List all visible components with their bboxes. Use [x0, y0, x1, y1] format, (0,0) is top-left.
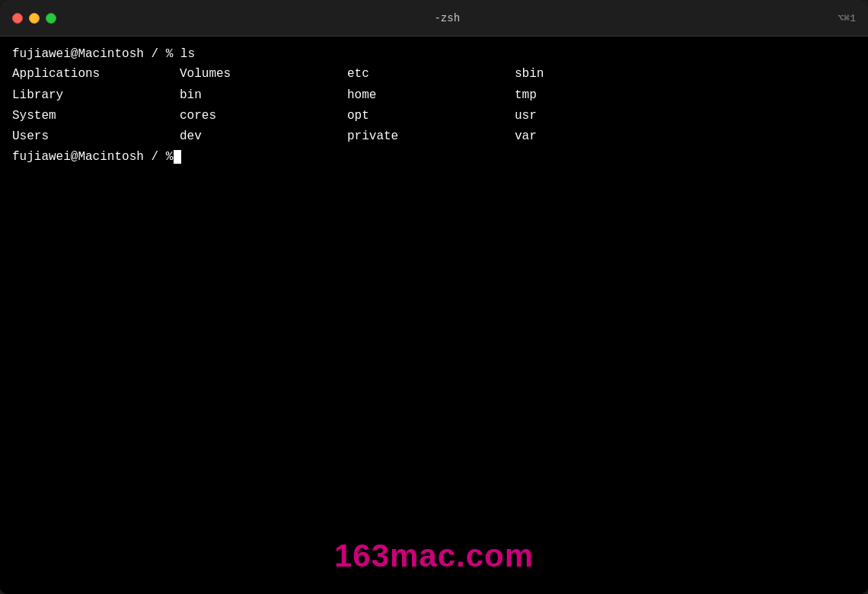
current-prompt-text: fujiawei@Macintosh / %: [12, 148, 173, 165]
ls-item-cores: cores: [180, 106, 347, 126]
ls-item-tmp: tmp: [515, 85, 682, 106]
ls-item-dev: dev: [180, 126, 347, 147]
command-line: fujiawei@Macintosh / % ls: [12, 46, 856, 62]
terminal-cursor: [174, 150, 181, 164]
ls-item-volumes: Volumes: [180, 64, 347, 85]
ls-item-bin: bin: [180, 85, 347, 106]
ls-item-var: var: [515, 126, 682, 147]
current-prompt-line[interactable]: fujiawei@Macintosh / %: [12, 148, 856, 165]
ls-item-system: System: [12, 106, 180, 126]
watermark: 163mac.com: [334, 534, 534, 579]
ls-item-private: private: [347, 126, 515, 147]
traffic-lights: [12, 13, 56, 24]
ls-item-applications: Applications: [12, 64, 180, 85]
maximize-button[interactable]: [46, 13, 56, 24]
keyboard-shortcut: ⌥⌘1: [838, 12, 856, 24]
ls-item-library: Library: [12, 85, 180, 106]
ls-item-home: home: [347, 85, 515, 106]
titlebar: -zsh ⌥⌘1: [0, 0, 868, 37]
terminal-window: -zsh ⌥⌘1 fujiawei@Macintosh / % ls Appli…: [0, 0, 868, 594]
terminal-body[interactable]: fujiawei@Macintosh / % ls Applications V…: [0, 37, 868, 594]
ls-item-etc: etc: [347, 64, 515, 85]
ls-item-opt: opt: [347, 106, 515, 126]
ls-item-usr: usr: [515, 106, 682, 126]
minimize-button[interactable]: [29, 13, 40, 24]
close-button[interactable]: [12, 13, 23, 24]
ls-item-sbin: sbin: [515, 64, 682, 85]
ls-output: Applications Volumes etc sbin Library bi…: [12, 64, 856, 147]
window-title: -zsh: [434, 12, 460, 24]
ls-item-users: Users: [12, 126, 180, 147]
